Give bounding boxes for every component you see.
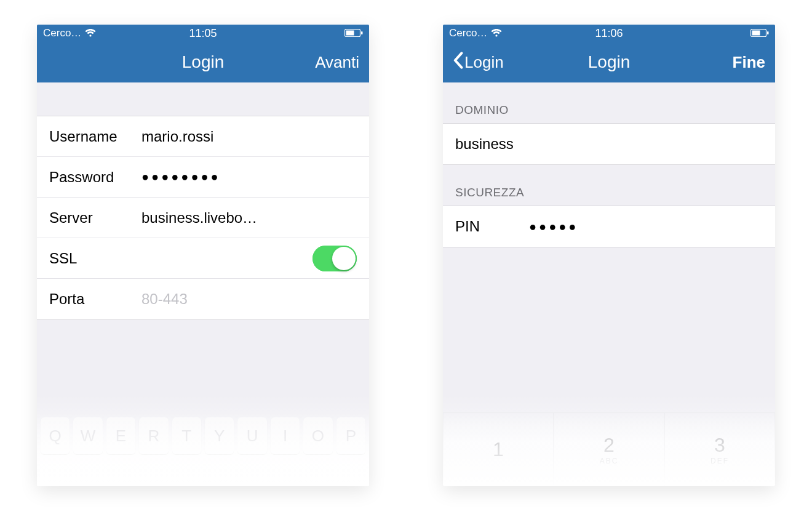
username-row[interactable]: Username mario.rossi xyxy=(37,116,369,157)
numkey-3[interactable]: 3DEF xyxy=(664,412,775,486)
password-value: ●●●●●●●● xyxy=(141,170,357,184)
key-r[interactable]: R xyxy=(139,417,168,454)
phone-screen-login-domain: Cerco… 11:06 Login Login Fine DOMINIO bu… xyxy=(443,25,775,486)
server-label: Server xyxy=(49,209,141,226)
keyboard-numeric: 12ABC3DEF xyxy=(443,412,775,486)
dominio-group: business xyxy=(443,123,775,165)
dominio-value: business xyxy=(455,135,763,153)
status-time: 11:05 xyxy=(37,27,369,40)
port-row[interactable]: Porta 80-443 xyxy=(37,279,369,319)
numkey-2[interactable]: 2ABC xyxy=(554,412,664,486)
key-w[interactable]: W xyxy=(73,417,102,454)
status-time: 11:06 xyxy=(443,27,775,40)
password-label: Password xyxy=(49,169,141,186)
ssl-row: SSL xyxy=(37,238,369,279)
key-u[interactable]: U xyxy=(237,417,266,454)
ssl-toggle[interactable] xyxy=(312,246,357,271)
keyboard-qwerty: QWERTYUIOP xyxy=(37,412,369,486)
key-p[interactable]: P xyxy=(336,417,365,454)
server-value: business.livebo… xyxy=(141,209,357,226)
port-placeholder: 80-443 xyxy=(141,291,357,308)
section-header-sicurezza: SICUREZZA xyxy=(443,165,775,206)
nav-bar: Login Login Fine xyxy=(443,42,775,82)
password-row[interactable]: Password ●●●●●●●● xyxy=(37,157,369,198)
username-value: mario.rossi xyxy=(141,128,357,145)
sicurezza-group: PIN ●●●●● xyxy=(443,206,775,247)
pin-row[interactable]: PIN ●●●●● xyxy=(443,206,775,247)
ssl-label: SSL xyxy=(49,250,141,267)
nav-bar: Login Avanti xyxy=(37,42,369,82)
form-body: DOMINIO business SICUREZZA PIN ●●●●● xyxy=(443,82,775,247)
username-label: Username xyxy=(49,128,141,145)
key-i[interactable]: I xyxy=(271,417,300,454)
numkey-1[interactable]: 1 xyxy=(443,412,554,486)
status-bar: Cerco… 11:06 xyxy=(443,25,775,42)
nav-title: Login xyxy=(443,52,775,72)
key-o[interactable]: O xyxy=(303,417,332,454)
form-body: Username mario.rossi Password ●●●●●●●● S… xyxy=(37,82,369,320)
pin-label: PIN xyxy=(455,218,529,235)
settings-group: Username mario.rossi Password ●●●●●●●● S… xyxy=(37,116,369,320)
phone-screen-login-basic: Cerco… 11:05 Login Avanti Username mario… xyxy=(37,25,369,486)
key-t[interactable]: T xyxy=(172,417,201,454)
key-q[interactable]: Q xyxy=(41,417,70,454)
port-label: Porta xyxy=(49,291,141,308)
status-bar: Cerco… 11:05 xyxy=(37,25,369,42)
section-header-dominio: DOMINIO xyxy=(443,82,775,123)
server-row[interactable]: Server business.livebo… xyxy=(37,198,369,238)
dominio-row[interactable]: business xyxy=(443,124,775,164)
pin-value: ●●●●● xyxy=(529,220,763,234)
key-e[interactable]: E xyxy=(106,417,135,454)
key-y[interactable]: Y xyxy=(205,417,234,454)
nav-title: Login xyxy=(37,52,369,72)
